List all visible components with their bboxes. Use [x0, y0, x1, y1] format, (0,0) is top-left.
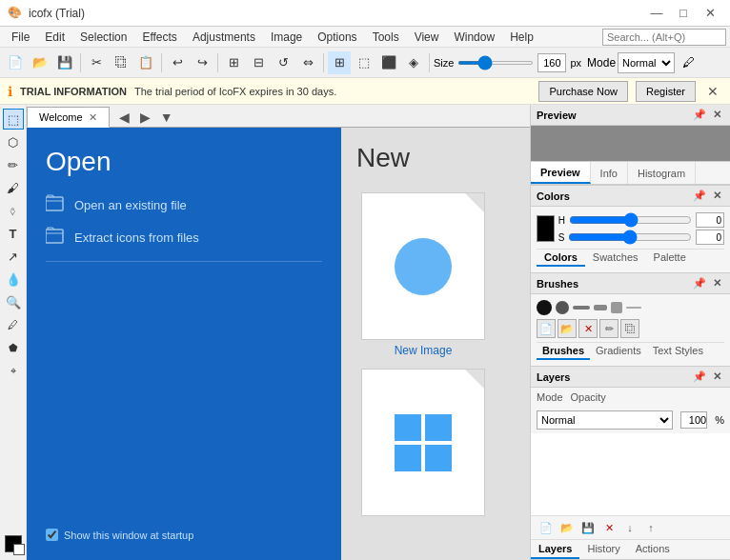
menu-effects[interactable]: Effects: [134, 29, 184, 46]
show-startup-label[interactable]: Show this window at startup: [46, 529, 322, 541]
brush-item-4[interactable]: [594, 305, 607, 310]
brush-item-6[interactable]: [626, 307, 641, 309]
menu-adjustments[interactable]: Adjustments: [185, 29, 263, 46]
layers-tab-history[interactable]: History: [579, 540, 627, 559]
menu-edit[interactable]: Edit: [37, 29, 72, 46]
colors-tab-swatches[interactable]: Swatches: [585, 250, 646, 267]
grid-button[interactable]: ⊞: [328, 51, 351, 74]
tab-prev-button[interactable]: ◀: [115, 108, 134, 127]
redo-button[interactable]: ↪: [191, 51, 213, 74]
eyedropper-button[interactable]: 🖊: [677, 51, 700, 74]
brush-open-button[interactable]: 📂: [558, 319, 577, 338]
layer-down-button[interactable]: ↓: [620, 518, 639, 537]
minimize-button[interactable]: —: [644, 4, 669, 23]
color-pick-button[interactable]: ⌖: [3, 360, 24, 381]
brush-item-1[interactable]: [537, 300, 552, 315]
shape-tool-button[interactable]: ⬟: [3, 337, 24, 358]
open-existing-item[interactable]: Open an existing file: [46, 189, 322, 221]
fill-tool-button[interactable]: 💧: [3, 269, 24, 290]
layer-delete-button[interactable]: ✕: [599, 518, 618, 537]
trial-close-button[interactable]: ✕: [703, 82, 722, 101]
h-input[interactable]: 0: [696, 212, 724, 228]
layer-new-button[interactable]: 📄: [537, 518, 556, 537]
save-file-button[interactable]: 💾: [53, 51, 76, 74]
eraser-tool-button[interactable]: ⎀: [3, 200, 24, 221]
preview-close-button[interactable]: ✕: [709, 108, 724, 123]
tab-preview[interactable]: Preview: [531, 162, 591, 184]
brush-item-2[interactable]: [556, 301, 569, 314]
maximize-button[interactable]: □: [671, 4, 696, 23]
undo-button[interactable]: ↩: [166, 51, 189, 74]
brushes-tab-brushes[interactable]: Brushes: [537, 343, 590, 360]
paste-button[interactable]: 📋: [134, 51, 157, 74]
show-startup-checkbox[interactable]: [46, 529, 58, 541]
welcome-tab[interactable]: Welcome ✕: [27, 107, 110, 128]
new-file-button[interactable]: 📄: [4, 51, 27, 74]
layers-opacity-input[interactable]: 100: [680, 411, 707, 429]
brushes-close-button[interactable]: ✕: [709, 276, 724, 291]
open-file-button[interactable]: 📂: [29, 51, 51, 74]
colors-pin-button[interactable]: 📌: [692, 189, 707, 204]
layer-save-button[interactable]: 💾: [578, 518, 598, 537]
view-btn-3[interactable]: ⬛: [377, 51, 400, 74]
preview-pin-button[interactable]: 📌: [692, 108, 707, 123]
magic-select-button[interactable]: ⬡: [3, 131, 24, 152]
layers-mode-select[interactable]: Normal Multiply: [537, 410, 673, 430]
background-color[interactable]: [13, 544, 25, 555]
windows-image-card[interactable]: [356, 369, 490, 516]
brushes-tab-gradients[interactable]: Gradients: [590, 343, 647, 360]
tab-menu-button[interactable]: ▼: [157, 108, 176, 127]
move-tool-button[interactable]: ↗: [3, 246, 24, 267]
brushes-pin-button[interactable]: 📌: [692, 276, 707, 291]
brush-edit-button[interactable]: ✏: [599, 319, 618, 338]
menu-image[interactable]: Image: [263, 29, 310, 46]
text-tool-button[interactable]: T: [3, 223, 24, 244]
zoom-out-button[interactable]: ⊟: [247, 51, 270, 74]
zoom-in-button[interactable]: ⊞: [222, 51, 245, 74]
welcome-tab-close[interactable]: ✕: [89, 111, 97, 124]
brush-copy-button[interactable]: ⿻: [620, 319, 639, 338]
new-image-card[interactable]: New Image: [356, 192, 490, 357]
layer-up-button[interactable]: ↑: [641, 518, 660, 537]
menu-file[interactable]: File: [4, 29, 37, 46]
layers-button[interactable]: ◈: [402, 51, 425, 74]
layers-close-button[interactable]: ✕: [709, 370, 724, 385]
tab-info[interactable]: Info: [591, 162, 628, 184]
h-slider[interactable]: [569, 215, 692, 225]
flip-button[interactable]: ⇔: [296, 51, 319, 74]
brush-delete-button[interactable]: ✕: [578, 319, 598, 338]
layers-tab-actions[interactable]: Actions: [628, 540, 678, 559]
size-input[interactable]: [537, 53, 566, 72]
pen-tool-button[interactable]: 🖊: [3, 314, 24, 335]
copy-button[interactable]: ⿻: [110, 51, 132, 74]
rotate-button[interactable]: ↺: [272, 51, 294, 74]
primary-color-swatch[interactable]: [537, 215, 555, 242]
search-input[interactable]: [602, 29, 726, 46]
colors-tab-palette[interactable]: Palette: [646, 250, 694, 267]
selection-tool-button[interactable]: ⬚: [3, 109, 24, 130]
pencil-tool-button[interactable]: ✏: [3, 154, 24, 175]
extract-icons-item[interactable]: Extract icons from files: [46, 221, 322, 253]
menu-options[interactable]: Options: [310, 29, 364, 46]
brush-item-5[interactable]: [611, 302, 622, 313]
brush-item-3[interactable]: [573, 306, 590, 310]
menu-window[interactable]: Window: [446, 29, 502, 46]
view-btn-2[interactable]: ⬚: [353, 51, 375, 74]
purchase-button[interactable]: Purchase Now: [538, 81, 628, 102]
layers-tab-layers[interactable]: Layers: [531, 540, 579, 559]
tab-next-button[interactable]: ▶: [136, 108, 155, 127]
cut-button[interactable]: ✂: [85, 51, 108, 74]
menu-help[interactable]: Help: [502, 29, 541, 46]
register-button[interactable]: Register: [636, 81, 696, 102]
menu-view[interactable]: View: [407, 29, 447, 46]
zoom-tool-button[interactable]: 🔍: [3, 291, 24, 312]
foreground-color[interactable]: [5, 535, 22, 552]
close-button[interactable]: ✕: [698, 4, 722, 23]
tab-histogram[interactable]: Histogram: [628, 162, 696, 184]
colors-close-button[interactable]: ✕: [709, 189, 724, 204]
size-slider[interactable]: [457, 61, 534, 65]
colors-tab-colors[interactable]: Colors: [537, 250, 585, 267]
menu-tools[interactable]: Tools: [365, 29, 407, 46]
brush-tool-button[interactable]: 🖌: [3, 177, 24, 198]
brush-new-button[interactable]: 📄: [537, 319, 556, 338]
